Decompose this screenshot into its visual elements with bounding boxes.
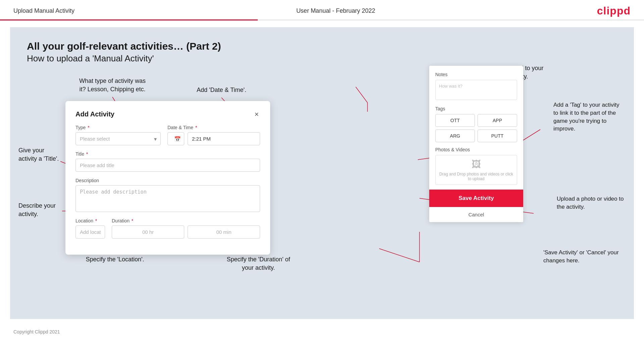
annotation-upload: Upload a photo or video to the activity. bbox=[557, 195, 624, 211]
type-select-wrapper[interactable]: Please select bbox=[76, 132, 161, 145]
location-duration-row: Location * Duration * bbox=[76, 218, 260, 239]
panel-inner: Notes Tags OTT APP ARG PUTT Photos & Vid… bbox=[429, 66, 523, 185]
tags-grid: OTT APP ARG PUTT bbox=[435, 114, 517, 142]
duration-hr-input[interactable] bbox=[112, 225, 184, 239]
page-title: Upload Manual Activity bbox=[13, 7, 75, 14]
tag-app[interactable]: APP bbox=[478, 114, 517, 127]
copyright: Copyright Clippd 2021 bbox=[13, 329, 60, 334]
duration-group: Duration * bbox=[112, 218, 260, 239]
heading-1: All your golf-relevant activities… (Part… bbox=[27, 41, 617, 52]
notes-textarea[interactable] bbox=[435, 80, 517, 100]
type-select[interactable]: Please select bbox=[76, 132, 161, 145]
date-time-inputs: 📅 bbox=[167, 132, 260, 145]
title-label: Title * bbox=[76, 151, 260, 157]
duration-min-input[interactable] bbox=[188, 225, 260, 239]
cancel-button[interactable]: Cancel bbox=[429, 207, 523, 222]
footer: Copyright Clippd 2021 bbox=[0, 326, 644, 338]
notes-section-label: Notes bbox=[435, 72, 517, 77]
annotation-what-type: What type of activity was it? Lesson, Ch… bbox=[79, 77, 146, 94]
photo-icon: 🖼 bbox=[472, 159, 481, 170]
tag-arg[interactable]: ARG bbox=[435, 130, 475, 142]
dialog-header: Add Activity × bbox=[76, 110, 260, 118]
location-label: Location * bbox=[76, 218, 105, 223]
annotation-location: Specify the 'Location'. bbox=[86, 255, 144, 264]
photo-hint-text: Drag and Drop photos and videos or click… bbox=[439, 172, 513, 181]
tag-putt[interactable]: PUTT bbox=[478, 130, 517, 142]
annotation-duration: Specify the 'Duration' of your activity. bbox=[225, 255, 292, 272]
main-content: All your golf-relevant activities… (Part… bbox=[10, 27, 634, 319]
tags-section-label: Tags bbox=[435, 106, 517, 111]
annotation-describe: Describe your activity. bbox=[18, 202, 65, 218]
location-group: Location * bbox=[76, 218, 105, 239]
top-bar: Upload Manual Activity User Manual - Feb… bbox=[0, 0, 644, 20]
title-input[interactable] bbox=[76, 159, 260, 172]
add-activity-dialog: Add Activity × Type * Please select Date… bbox=[65, 101, 270, 255]
title-group: Title * bbox=[76, 151, 260, 172]
tag-ott[interactable]: OTT bbox=[435, 114, 475, 127]
svg-line-17 bbox=[379, 249, 419, 262]
dialog-title: Add Activity bbox=[76, 110, 114, 118]
location-input[interactable] bbox=[76, 225, 105, 239]
manual-title: User Manual - February 2022 bbox=[296, 7, 375, 14]
datetime-label: Date & Time * bbox=[167, 125, 260, 130]
date-input-wrap[interactable]: 📅 bbox=[167, 132, 184, 145]
heading-2: How to upload a 'Manual Activity' bbox=[27, 53, 617, 64]
type-group: Type * Please select bbox=[76, 125, 161, 145]
type-datetime-row: Type * Please select Date & Time * bbox=[76, 125, 260, 145]
annotation-date-time: Add 'Date & Time'. bbox=[191, 86, 252, 94]
time-input[interactable] bbox=[188, 132, 260, 145]
photos-section-label: Photos & Videos bbox=[435, 147, 517, 152]
photo-drop-zone[interactable]: 🖼 Drag and Drop photos and videos or cli… bbox=[435, 155, 517, 185]
annotation-give-title: Give your activity a 'Title'. bbox=[18, 146, 62, 163]
svg-line-11 bbox=[356, 87, 367, 103]
description-textarea[interactable] bbox=[76, 185, 260, 212]
save-activity-button[interactable]: Save Activity bbox=[429, 190, 523, 207]
description-label: Description bbox=[76, 178, 260, 183]
duration-label: Duration * bbox=[112, 218, 260, 223]
annotation-save: 'Save Activity' or 'Cancel' your changes… bbox=[543, 249, 624, 265]
type-label: Type * bbox=[76, 125, 161, 130]
description-group: Description bbox=[76, 178, 260, 212]
mobile-panel: Notes Tags OTT APP ARG PUTT Photos & Vid… bbox=[429, 66, 523, 222]
close-button[interactable]: × bbox=[253, 111, 260, 118]
duration-inputs bbox=[112, 225, 260, 239]
datetime-group: Date & Time * 📅 bbox=[167, 125, 260, 145]
date-input[interactable] bbox=[167, 132, 184, 145]
page-heading: All your golf-relevant activities… (Part… bbox=[27, 41, 617, 64]
logo: clippd bbox=[597, 5, 631, 17]
annotation-tag: Add a 'Tag' to your activity to link it … bbox=[553, 101, 624, 133]
